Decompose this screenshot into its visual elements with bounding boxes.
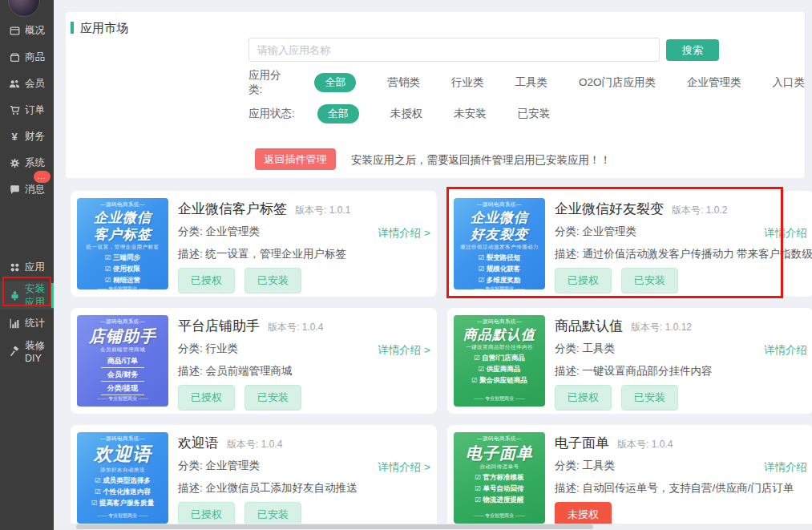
stats-icon	[9, 318, 20, 330]
install-icon	[9, 290, 20, 301]
app-version: 版本号: 1.0.4	[268, 321, 323, 334]
finance-icon: ¥	[9, 131, 20, 143]
horizontal-scrollbar[interactable]	[54, 524, 812, 530]
sidebar-item-apps[interactable]: 应用	[0, 253, 54, 281]
detail-link[interactable]: 详情介绍 >	[378, 460, 430, 475]
thumb-subtitle: 自动回传运单号	[480, 463, 519, 471]
app-description: 描述: 会员前端管理商城	[178, 364, 430, 378]
check-icon: ☑	[475, 473, 483, 481]
detail-link[interactable]: 详情介绍 >	[378, 226, 430, 241]
app-description: 描述: 统一设置，管理企业用户标签	[178, 247, 430, 261]
horizontal-scrollbar-thumb[interactable]	[76, 524, 593, 529]
status-tag-1[interactable]: 已安装	[621, 268, 678, 293]
sidebar-item-stats[interactable]: 统计	[0, 310, 54, 338]
thumb-feature-check: ☑ 供应商商品	[479, 365, 520, 374]
check-icon: ☑	[95, 476, 103, 484]
thumb-title-line: 欢迎语	[94, 444, 151, 465]
status-tag-0[interactable]: 已授权	[178, 385, 235, 411]
sidebar-item-diy[interactable]: 装修DIY	[0, 338, 54, 366]
sidebar-item-label: 会员	[25, 77, 45, 91]
sidebar-item-label: 财务	[25, 130, 45, 144]
category-option-3[interactable]: 工具类	[515, 75, 547, 90]
thumb-feature-text: 物流进度提醒	[483, 496, 523, 504]
thumb-feature-list: ☑ 成员类型选择多☑ 个性化推送内容☑ 提高客户服务质量	[91, 476, 154, 508]
sidebar-item-finance[interactable]: ¥财务	[0, 123, 54, 150]
avatar[interactable]	[8, 0, 40, 17]
status-tag-0[interactable]: 已授权	[178, 268, 235, 293]
app-status-tags: 已授权已安装	[555, 385, 678, 411]
thumb-footer-text: —— 专业智慧商业 ——	[474, 285, 524, 289]
thumb-subtitle: 一键设置商品部分挂件内容	[466, 344, 533, 351]
sidebar-item-messages[interactable]: 消息...	[0, 176, 54, 203]
check-icon: ☑	[105, 276, 113, 284]
category-option-6[interactable]: 入口类	[773, 75, 806, 90]
status-option-0[interactable]: 全部	[317, 104, 359, 123]
thumb-footer-text: —— 专业智慧商业 ——	[474, 512, 524, 520]
search-input[interactable]	[248, 38, 660, 62]
status-tag-1[interactable]: 已安装	[621, 385, 678, 411]
thumb-subtitle: 统一设置，管理企业用户标签	[87, 244, 160, 251]
thumb-feature-text: 成员类型选择多	[103, 476, 151, 484]
overview-icon	[9, 26, 20, 37]
category-option-0[interactable]: 全部	[314, 73, 356, 92]
category-option-5[interactable]: 企业管理类	[687, 75, 741, 90]
thumb-footer-text: —— 专业智慧商业 ——	[474, 395, 524, 403]
status-option-1[interactable]: 未授权	[390, 107, 423, 121]
detail-link[interactable]: 详情介绍 >	[378, 343, 430, 358]
app-name: 欢迎语	[178, 434, 219, 452]
thumb-feature-text: 分类/提现	[107, 384, 139, 392]
thumb-feature-check: ☑ 裂变路径短	[479, 253, 520, 263]
app-card-5: —源码电商系统—电子面单自动回传运单号☑ 官方标准模板☑ 单号自动回传☑ 物流进…	[447, 425, 812, 530]
thumb-banner-text: —源码电商系统—	[100, 318, 145, 326]
sidebar-item-orders[interactable]: 订单	[0, 97, 54, 123]
status-filter-row: 应用状态: 全部未授权未安装已安装	[248, 105, 550, 123]
thumb-feature-text: 三端同步	[113, 253, 140, 261]
sidebar-item-label: 系统	[25, 156, 45, 170]
app-card-2: —源码电商系统—店铺助手会员前端管理商城商品/订单会员/财务分类/提现—— 专业…	[71, 308, 437, 414]
thumb-feature-text: 规模化获客	[487, 265, 521, 273]
status-tag-1[interactable]: 已安装	[244, 385, 301, 411]
main-content: 应用市场 搜索 应用分类: 全部营销类行业类工具类O2O门店应用类企业管理类入口…	[54, 0, 812, 530]
detail-link[interactable]: 详情介绍	[764, 226, 807, 241]
goods-icon	[9, 52, 20, 63]
sidebar-item-goods[interactable]: 商品	[0, 44, 54, 71]
status-options: 全部未授权未安装已安装	[317, 104, 551, 123]
message-count-badge: ...	[34, 171, 50, 183]
app-thumbnail: —源码电商系统—欢迎语添加好友自动推送☑ 成员类型选择多☑ 个性化推送内容☑ 提…	[77, 432, 168, 524]
thumb-feature-check: ☑ 物流进度提醒	[475, 496, 524, 505]
detail-link[interactable]: 详情介绍	[764, 343, 807, 358]
category-option-1[interactable]: 营销类	[387, 75, 420, 90]
sidebar-item-label: 统计	[25, 317, 45, 330]
thumb-subtitle: 会员前端管理商城	[100, 346, 145, 354]
app-card-0: —源码电商系统—企业微信客户标签统一设置，管理企业用户标签☑ 三端同步☑ 使用权…	[71, 191, 437, 297]
thumb-feature-check: ☑ 个性化推送内容	[95, 488, 150, 497]
install-notice-text: 安装应用之后，需要返回插件管理启用已安装应用！！	[351, 153, 611, 168]
app-name: 商品默认值	[555, 317, 623, 335]
thumb-feature-text: 官方标准模板	[483, 473, 523, 481]
category-option-2[interactable]: 行业类	[451, 75, 484, 90]
status-tag-0[interactable]: 已授权	[555, 268, 612, 293]
status-option-3[interactable]: 已安装	[518, 107, 551, 121]
status-option-2[interactable]: 未安装	[454, 107, 487, 121]
detail-link[interactable]: 详情介绍	[764, 460, 807, 475]
app-category: 分类: 企业管理类	[178, 225, 260, 239]
app-card-title-row: 企业微信好友裂变版本号: 1.0.2	[555, 200, 803, 218]
sidebar-item-overview[interactable]: 概况	[0, 18, 54, 44]
sidebar-item-members[interactable]: 会员	[0, 71, 54, 97]
thumb-feature-check: ☑ 聚合供应链商品	[471, 376, 527, 386]
sidebar-item-install-apps[interactable]: 安装应用	[0, 281, 54, 310]
app-version: 版本号: 1.0.12	[631, 321, 692, 334]
category-option-4[interactable]: O2O门店应用类	[579, 75, 656, 90]
sidebar-item-label: 商品	[25, 51, 45, 64]
thumb-footer-text: —— 专业智慧商业 ——	[97, 285, 147, 289]
app-category: 分类: 工具类	[555, 459, 615, 473]
search-button[interactable]: 搜索	[666, 39, 719, 61]
thumb-banner-text: —源码电商系统—	[100, 201, 145, 208]
app-thumbnail: —源码电商系统—电子面单自动回传运单号☑ 官方标准模板☑ 单号自动回传☑ 物流进…	[454, 432, 545, 524]
return-plugin-manager-button[interactable]: 返回插件管理	[255, 148, 336, 170]
thumb-feature-text: 使用权限	[113, 265, 140, 273]
status-tag-0[interactable]: 已授权	[555, 385, 612, 411]
thumb-feature-check: ☑ 成员类型选择多	[95, 476, 150, 486]
status-filter-label: 应用状态:	[248, 107, 295, 121]
status-tag-1[interactable]: 已安装	[244, 268, 301, 293]
